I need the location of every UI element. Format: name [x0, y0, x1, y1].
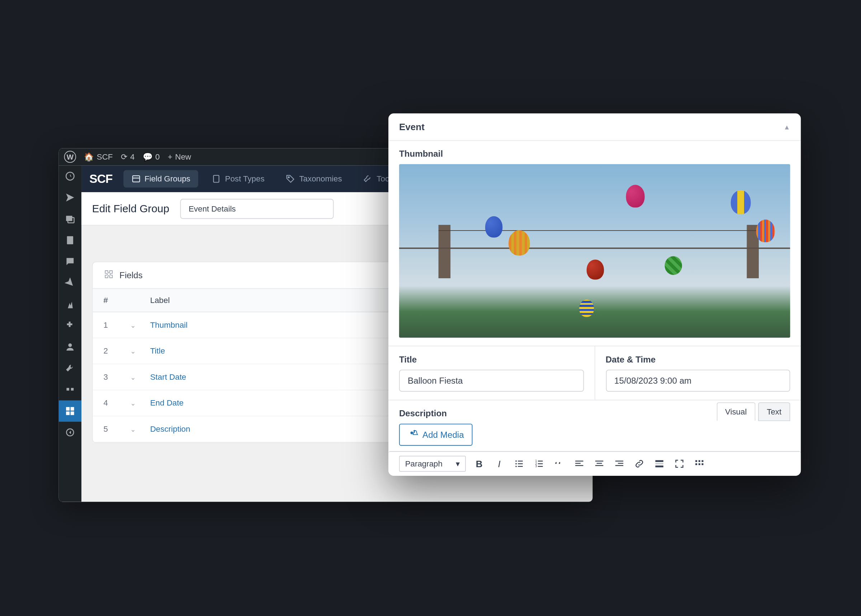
svg-rect-14 [214, 175, 219, 182]
event-metabox: Event ▲ Thumbnail Title Date & Time [388, 113, 801, 476]
editor-tabs: Visual Text [716, 402, 790, 421]
svg-point-4 [68, 344, 72, 347]
comments-link[interactable]: 💬 0 [143, 152, 160, 161]
svg-rect-43 [702, 460, 704, 462]
svg-point-16 [411, 431, 413, 434]
toolbar-toggle-button[interactable] [693, 457, 706, 470]
svg-rect-46 [702, 463, 704, 465]
tab-text[interactable]: Text [758, 402, 790, 421]
sidebar-posts[interactable] [59, 187, 82, 208]
svg-rect-31 [575, 465, 583, 466]
chevron-down-icon[interactable]: ⌄ [130, 426, 135, 433]
sidebar-pages[interactable] [59, 229, 82, 251]
add-media-button[interactable]: Add Media [399, 424, 473, 446]
new-content-link[interactable]: + New [168, 152, 191, 161]
col-num-header: # [103, 295, 130, 305]
tag-icon [286, 174, 295, 184]
svg-rect-9 [66, 412, 69, 415]
svg-rect-30 [575, 463, 581, 464]
svg-rect-41 [695, 460, 697, 462]
nav-label: Field Groups [145, 174, 190, 184]
sidebar-users[interactable] [59, 336, 82, 358]
svg-point-21 [515, 466, 517, 467]
svg-text:3: 3 [536, 464, 537, 468]
nav-post-types[interactable]: Post Types [204, 170, 273, 187]
svg-point-17 [515, 460, 517, 462]
wp-admin-sidebar [59, 166, 82, 502]
nav-taxonomies[interactable]: Taxonomies [278, 170, 350, 187]
svg-rect-12 [132, 176, 140, 182]
svg-rect-5 [66, 388, 69, 390]
sidebar-comments[interactable] [59, 251, 82, 272]
svg-rect-40 [655, 465, 663, 467]
bullet-list-button[interactable] [512, 457, 526, 470]
site-name-link[interactable]: 🏠 SCF [84, 152, 113, 161]
svg-point-19 [515, 463, 517, 465]
scf-logo: SCF [89, 172, 112, 186]
svg-rect-24 [538, 461, 543, 462]
svg-rect-45 [699, 463, 700, 465]
svg-rect-3 [67, 236, 73, 244]
title-date-row: Title Date & Time [388, 346, 801, 400]
svg-rect-32 [595, 461, 603, 462]
svg-rect-26 [538, 463, 543, 464]
description-section: Description Add Media Visual Text Paragr… [388, 400, 801, 476]
sidebar-scf[interactable] [59, 401, 82, 422]
event-header: Event ▲ [388, 113, 801, 141]
new-label: New [175, 152, 191, 161]
sidebar-tools[interactable] [59, 357, 82, 379]
collapse-icon[interactable]: ▲ [784, 123, 790, 130]
bold-button[interactable]: B [473, 457, 486, 470]
svg-rect-42 [699, 460, 700, 462]
thumbnail-label: Thumbnail [399, 149, 790, 159]
svg-rect-44 [695, 463, 697, 465]
fields-heading: Fields [119, 270, 143, 280]
chevron-down-icon[interactable]: ⌄ [130, 348, 135, 355]
sidebar-appearance[interactable] [59, 294, 82, 315]
updates-link[interactable]: ⟳ 4 [121, 152, 135, 161]
svg-rect-34 [595, 465, 603, 466]
group-name-input[interactable] [180, 199, 333, 219]
sidebar-dashboard[interactable] [59, 166, 82, 187]
chevron-down-icon[interactable]: ⌄ [130, 400, 135, 407]
fullscreen-button[interactable] [673, 457, 686, 470]
svg-rect-10 [71, 412, 74, 415]
chevron-down-icon[interactable]: ⌄ [130, 374, 135, 381]
read-more-button[interactable] [653, 457, 666, 470]
thumbnail-image[interactable] [399, 164, 790, 338]
date-label: Date & Time [606, 354, 790, 364]
svg-rect-35 [615, 461, 623, 462]
site-name: SCF [97, 152, 113, 161]
nav-field-groups[interactable]: Field Groups [123, 170, 198, 187]
svg-rect-20 [518, 463, 523, 464]
tab-visual[interactable]: Visual [716, 402, 756, 421]
svg-rect-28 [538, 466, 543, 467]
quote-button[interactable] [553, 457, 566, 470]
chevron-down-icon: ▾ [456, 459, 460, 468]
layout-icon [131, 174, 141, 184]
title-cell: Title [388, 346, 595, 400]
align-left-button[interactable] [573, 457, 586, 470]
sidebar-settings[interactable] [59, 379, 82, 401]
sidebar-item-a[interactable] [59, 272, 82, 294]
sidebar-media[interactable] [59, 208, 82, 230]
plus-icon: + [168, 152, 173, 161]
align-right-button[interactable] [613, 457, 626, 470]
numbered-list-button[interactable]: 123 [533, 457, 546, 470]
format-select[interactable]: Paragraph ▾ [399, 456, 466, 472]
wp-logo-menu[interactable]: W [64, 151, 76, 163]
tools-icon [363, 174, 372, 184]
event-date-input[interactable] [606, 370, 790, 391]
italic-button[interactable]: I [492, 457, 506, 470]
title-label: Title [399, 354, 584, 364]
svg-rect-38 [655, 460, 663, 462]
svg-rect-18 [518, 461, 523, 462]
event-title-input[interactable] [399, 370, 584, 391]
sidebar-plugins[interactable] [59, 315, 82, 336]
sidebar-collapse[interactable] [59, 422, 82, 443]
align-center-button[interactable] [593, 457, 606, 470]
link-button[interactable] [633, 457, 646, 470]
media-icon [408, 429, 418, 441]
home-icon: 🏠 [84, 152, 94, 161]
chevron-down-icon[interactable]: ⌄ [130, 322, 135, 329]
